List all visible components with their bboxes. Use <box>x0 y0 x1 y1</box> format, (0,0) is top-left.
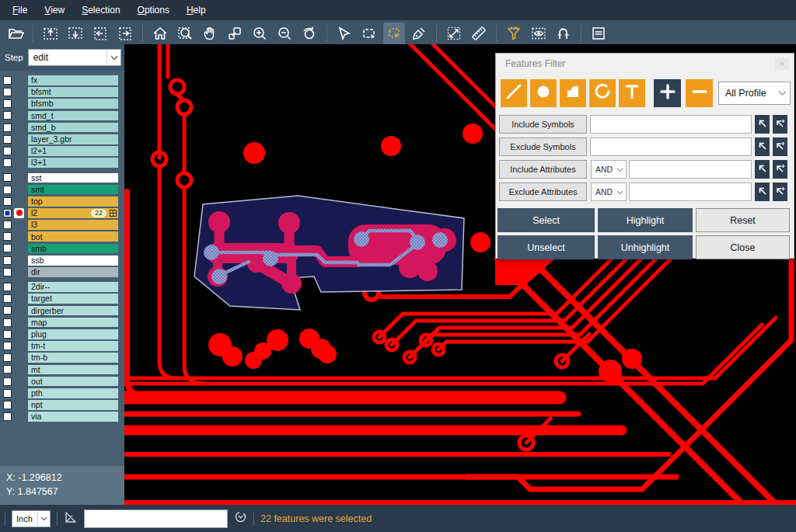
angle-snap-icon[interactable] <box>64 510 78 527</box>
layer-checkbox-layer_3.gbr[interactable] <box>3 135 12 144</box>
layer-name-l2[interactable]: l222 <box>28 208 118 218</box>
layer-checkbox-target[interactable] <box>3 294 12 303</box>
dialog-title-bar[interactable]: Features Filter × <box>496 54 794 74</box>
layer-name-sst[interactable]: sst <box>28 173 118 183</box>
filter-surface-button[interactable] <box>560 79 586 107</box>
pane-down-button[interactable] <box>65 23 86 44</box>
layer-name-map[interactable]: map <box>28 318 118 328</box>
select-cursor-button[interactable] <box>333 23 355 44</box>
zoom-previous-button[interactable] <box>298 23 320 44</box>
exclude-symbols-button[interactable]: Exclude Symbols <box>499 137 587 156</box>
include-attributes-and-select[interactable]: AND <box>591 160 627 179</box>
layer-name-mt[interactable]: mt <box>28 365 118 375</box>
unhighlight-button[interactable]: Unhighlight <box>598 235 693 259</box>
layer-name-smt[interactable]: smt <box>28 185 118 195</box>
zoom-area-button[interactable] <box>174 23 196 44</box>
layer-row-bfsmb[interactable]: bfsmb <box>0 99 124 109</box>
view-options-button[interactable] <box>528 23 550 44</box>
layer-name-bot[interactable]: bot <box>28 231 118 242</box>
pane-up-button[interactable] <box>40 23 61 44</box>
layer-row-tm-t[interactable]: tm-t <box>0 341 124 351</box>
layer-name-smd_b[interactable]: smd_b <box>28 123 118 133</box>
ruler-button[interactable] <box>468 23 490 44</box>
layer-row-bfsmt[interactable]: bfsmt <box>0 87 124 97</box>
pane-right-button[interactable] <box>114 23 136 44</box>
layer-row-mt[interactable]: mt <box>0 365 124 375</box>
layer-checkbox-smt[interactable] <box>3 186 12 194</box>
pick-attribute-add-button[interactable] <box>773 160 787 179</box>
filter-text-button[interactable] <box>619 79 645 107</box>
layer-name-l3[interactable]: l3 <box>28 220 118 230</box>
pane-left-button[interactable] <box>89 23 111 44</box>
highlight-button[interactable]: Highlight <box>598 208 693 232</box>
select-button[interactable]: Select <box>498 208 595 232</box>
layer-row-map[interactable]: map <box>0 318 124 328</box>
layer-checkbox-sst[interactable] <box>3 173 12 182</box>
layer-name-top[interactable]: top <box>28 196 118 207</box>
layer-checkbox-top[interactable] <box>3 197 12 206</box>
close-icon[interactable]: × <box>775 58 789 70</box>
layer-name-dirgerber[interactable]: dirgerber <box>28 306 118 316</box>
layer-row-out[interactable]: out <box>0 377 124 387</box>
unselect-button[interactable]: Unselect <box>498 235 595 259</box>
layer-checkbox-ssb[interactable] <box>3 256 12 265</box>
layer-row-smd_t[interactable]: smd_t <box>0 111 124 121</box>
filter-arc-button[interactable] <box>589 79 616 107</box>
polygon-select-button[interactable] <box>383 23 405 44</box>
layer-row-target[interactable]: target <box>0 294 124 304</box>
include-attributes-button[interactable]: Include Attributes <box>499 160 587 179</box>
layer-name-via[interactable]: via <box>28 412 118 422</box>
layer-name-tm-t[interactable]: tm-t <box>28 341 118 351</box>
layer-row-plug[interactable]: plug <box>0 329 124 339</box>
layer-row-smb[interactable]: smb <box>0 244 124 254</box>
pick-attribute-button[interactable] <box>755 160 770 179</box>
include-attributes-input[interactable] <box>629 160 752 179</box>
layer-checkbox-out[interactable] <box>3 377 12 386</box>
layer-checkbox-smb[interactable] <box>3 244 12 252</box>
layer-row-2dir--[interactable]: 2dir-- <box>0 282 124 292</box>
layer-name-bfsmt[interactable]: bfsmt <box>28 87 118 97</box>
layer-row-dirgerber[interactable]: dirgerber <box>0 306 124 316</box>
filter-remove-button[interactable] <box>686 79 713 107</box>
layer-checkbox-l2[interactable] <box>3 209 12 217</box>
pick-attribute-button[interactable] <box>755 183 770 201</box>
layer-checkbox-dir[interactable] <box>3 268 12 276</box>
layer-row-l2+1[interactable]: l2+1 <box>0 146 124 156</box>
layer-row-l3+1[interactable]: l3+1 <box>0 158 124 168</box>
layer-row-via[interactable]: via <box>0 412 124 422</box>
command-input[interactable] <box>84 509 228 528</box>
filter-pad-button[interactable] <box>530 79 557 107</box>
zoom-object-button[interactable] <box>224 23 246 44</box>
layer-checkbox-via[interactable] <box>3 412 12 421</box>
layer-checkbox-l3[interactable] <box>3 221 12 229</box>
menu-options[interactable]: Options <box>130 2 177 19</box>
include-symbols-input[interactable] <box>590 115 752 134</box>
layer-name-pth[interactable]: pth <box>28 388 118 398</box>
layer-checkbox-bfsmt[interactable] <box>3 88 12 96</box>
layer-name-ssb[interactable]: ssb <box>28 256 118 266</box>
layer-checkbox-fx[interactable] <box>3 76 12 85</box>
layer-checkbox-map[interactable] <box>3 318 12 327</box>
filter-line-button[interactable] <box>501 79 527 107</box>
exclude-attributes-and-select[interactable]: AND <box>591 183 627 201</box>
layer-name-target[interactable]: target <box>28 294 118 304</box>
layer-row-l3[interactable]: l3 <box>0 220 124 230</box>
open-file-button[interactable] <box>5 23 26 44</box>
zoom-out-button[interactable] <box>274 23 295 44</box>
layer-name-2dir--[interactable]: 2dir-- <box>28 282 118 292</box>
step-select[interactable]: edit <box>28 49 121 66</box>
layer-row-pth[interactable]: pth <box>0 388 124 398</box>
menu-selection[interactable]: Selection <box>74 2 127 19</box>
layer-list-button[interactable] <box>588 23 609 44</box>
layer-checkbox-bot[interactable] <box>3 232 12 241</box>
net-trace-button[interactable] <box>553 23 574 44</box>
pick-attribute-add-button[interactable] <box>773 183 787 201</box>
layer-row-smd_b[interactable]: smd_b <box>0 123 124 133</box>
layer-row-ssb[interactable]: ssb <box>0 256 124 266</box>
layer-checkbox-npt[interactable] <box>3 401 12 409</box>
pick-symbol-add-button[interactable] <box>773 115 787 134</box>
pick-symbol-add-button[interactable] <box>773 137 787 156</box>
layer-checkbox-tm-t[interactable] <box>3 342 12 350</box>
layer-checkbox-tm-b[interactable] <box>3 353 12 362</box>
filter-add-button[interactable] <box>654 79 681 107</box>
